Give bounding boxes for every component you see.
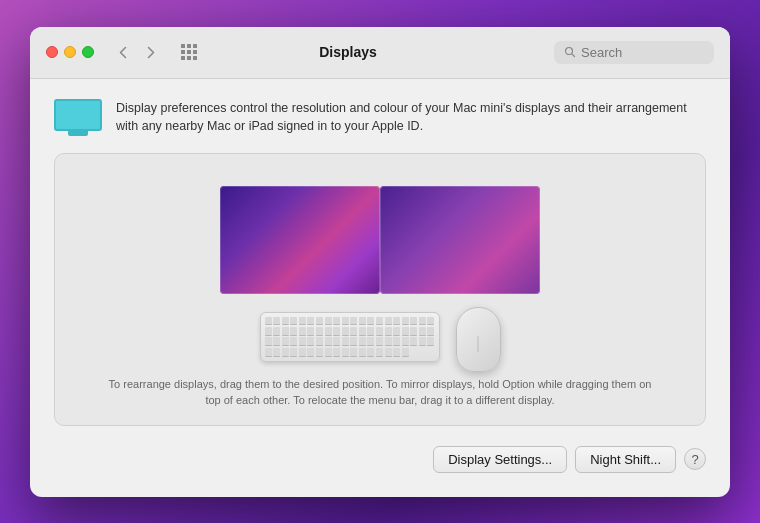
system-preferences-window: Displays Display preferences control the…	[30, 27, 730, 497]
info-text: Display preferences control the resoluti…	[116, 99, 706, 137]
titlebar: Displays	[30, 27, 730, 79]
search-input[interactable]	[581, 45, 704, 60]
minimize-button[interactable]	[64, 46, 76, 58]
back-button[interactable]	[110, 39, 136, 65]
display-2[interactable]	[380, 186, 540, 294]
mouse-line	[478, 336, 479, 352]
arrangement-hint: To rearrange displays, drag them to the …	[100, 376, 660, 409]
displays-container	[220, 174, 540, 307]
keyboard-icon	[260, 312, 440, 367]
search-field[interactable]	[554, 41, 714, 64]
svg-line-1	[572, 54, 575, 57]
display-icon-screen	[54, 99, 102, 131]
display-icon	[54, 99, 102, 137]
display-arrangement-panel: To rearrange displays, drag them to the …	[54, 153, 706, 426]
search-icon	[564, 46, 576, 58]
traffic-lights	[46, 46, 94, 58]
window-title: Displays	[150, 44, 546, 60]
keyboard-body	[260, 312, 440, 362]
mouse-icon	[456, 307, 501, 372]
night-shift-button[interactable]: Night Shift...	[575, 446, 676, 473]
keyboard-mouse-area	[260, 307, 501, 372]
display-icon-stand	[68, 131, 88, 136]
bottom-buttons: Display Settings... Night Shift... ?	[54, 442, 706, 477]
content-area: Display preferences control the resoluti…	[30, 79, 730, 497]
display-settings-button[interactable]: Display Settings...	[433, 446, 567, 473]
maximize-button[interactable]	[82, 46, 94, 58]
help-button[interactable]: ?	[684, 448, 706, 470]
info-section: Display preferences control the resoluti…	[54, 99, 706, 137]
close-button[interactable]	[46, 46, 58, 58]
display-1[interactable]	[220, 186, 380, 294]
